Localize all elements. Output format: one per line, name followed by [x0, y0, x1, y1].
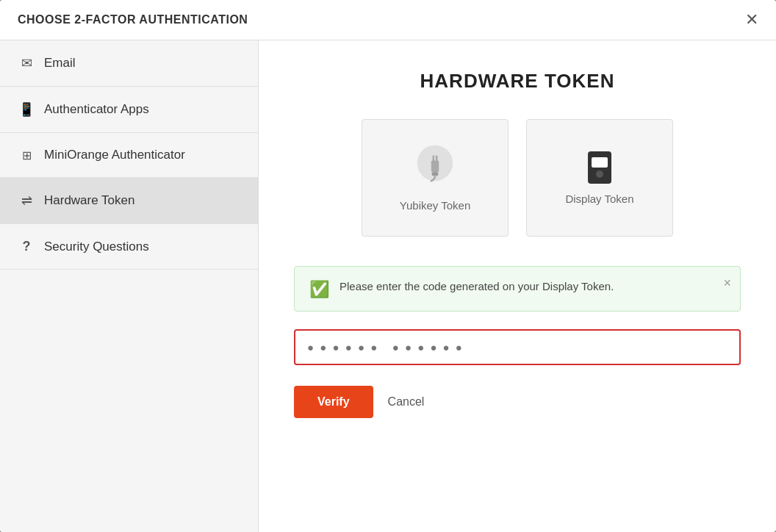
question-icon: ?: [18, 239, 35, 254]
close-button[interactable]: ✕: [745, 12, 758, 28]
alert-box: ✅ Please enter the code generated on you…: [294, 266, 741, 312]
check-circle-icon: ✅: [309, 280, 329, 299]
svg-rect-3: [436, 156, 438, 162]
sidebar-item-label-hardware: Hardware Token: [44, 193, 134, 208]
email-icon: ✉: [18, 55, 35, 71]
alert-message: Please enter the code generated on your …: [340, 278, 725, 295]
sidebar-item-label-security: Security Questions: [44, 240, 149, 254]
sidebar-item-label-miniorange: MiniOrange Authenticator: [44, 148, 185, 162]
content-area: HARDWARE TOKEN: [259, 40, 776, 532]
content-title: HARDWARE TOKEN: [294, 70, 741, 93]
sidebar: ✉ Email 📱 Authenticator Apps ⊞ MiniOrang…: [0, 40, 259, 532]
cancel-button[interactable]: Cancel: [388, 395, 425, 409]
sidebar-item-authenticator-apps[interactable]: 📱 Authenticator Apps: [0, 87, 258, 133]
sidebar-item-hardware-token[interactable]: ⇌ Hardware Token: [0, 178, 258, 224]
yubikey-label: Yubikey Token: [400, 199, 470, 212]
svg-rect-1: [431, 161, 439, 173]
yubikey-token-card[interactable]: Yubikey Token: [362, 119, 509, 237]
phone-icon: 📱: [18, 101, 35, 118]
yubikey-icon: [416, 144, 454, 190]
modal-container: CHOOSE 2-FACTOR AUTHENTICATION ✕ ✉ Email…: [0, 0, 776, 532]
verify-button[interactable]: Verify: [294, 386, 373, 418]
modal-header: CHOOSE 2-FACTOR AUTHENTICATION ✕: [0, 0, 776, 40]
display-token-label: Display Token: [565, 193, 633, 205]
sidebar-item-miniorange[interactable]: ⊞ MiniOrange Authenticator: [0, 133, 258, 178]
display-token-card[interactable]: Display Token: [526, 119, 673, 237]
sidebar-item-label-authenticator: Authenticator Apps: [44, 102, 149, 117]
display-token-icon: [588, 151, 611, 184]
grid-icon: ⊞: [18, 148, 35, 162]
sidebar-item-label-email: Email: [44, 56, 76, 71]
token-code-input[interactable]: [294, 329, 741, 365]
usb-icon: ⇌: [18, 193, 35, 209]
token-options: Yubikey Token Display Token: [294, 119, 741, 237]
sidebar-item-security-questions[interactable]: ? Security Questions: [0, 224, 258, 270]
modal-title: CHOOSE 2-FACTOR AUTHENTICATION: [18, 13, 248, 26]
action-row: Verify Cancel: [294, 386, 741, 418]
sidebar-item-email[interactable]: ✉ Email: [0, 40, 258, 87]
alert-close-button[interactable]: ×: [723, 276, 731, 291]
modal-body: ✉ Email 📱 Authenticator Apps ⊞ MiniOrang…: [0, 40, 776, 532]
svg-rect-2: [433, 156, 435, 162]
